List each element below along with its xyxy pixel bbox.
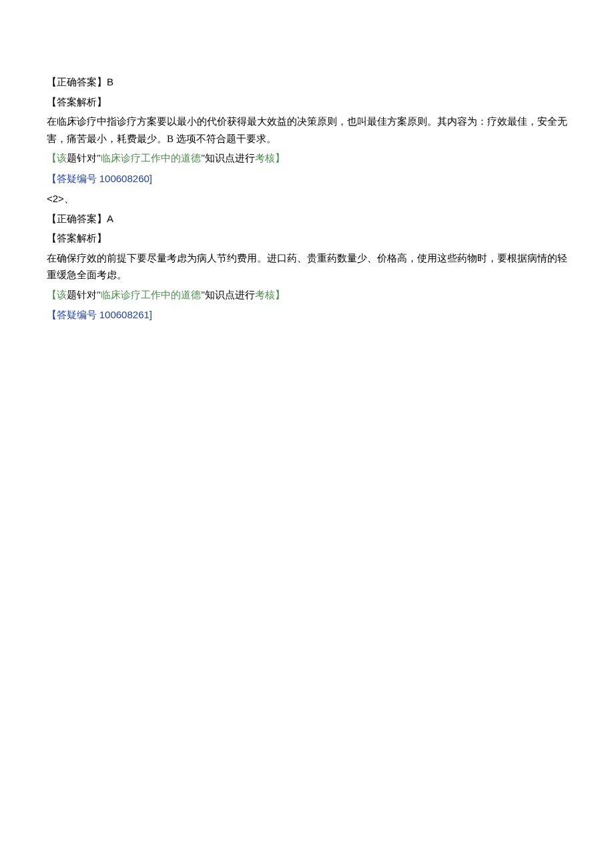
answer-value: B xyxy=(107,76,113,87)
analysis-label-line-1: 【答案解析】 xyxy=(47,94,567,111)
topic-tag-line-2: 【该题针对"临床诊疗工作中的道德"知识点进行考核】 xyxy=(47,287,567,304)
ref-open: 【 xyxy=(47,173,57,184)
tag-topic: 临床诊疗工作中的道德 xyxy=(101,290,201,300)
answer-line-1: 【正确答案】B xyxy=(47,73,567,91)
analysis-label-line-2: 【答案解析】 xyxy=(47,230,567,248)
tag-open: 【该 xyxy=(47,153,67,163)
ref-open: 【 xyxy=(47,310,57,320)
reference-line-2: 【答疑编号 100608261] xyxy=(47,306,567,324)
tag-end: 考核】 xyxy=(255,290,285,300)
analysis-body-2: 在确保疗效的前提下要尽量考虑为病人节约费用。进口药、贵重药数量少、价格高，使用这… xyxy=(47,250,567,284)
answer-value: A xyxy=(107,213,113,224)
tag-end: 考核】 xyxy=(255,153,285,163)
tag-mid2: "知识点进行 xyxy=(201,153,255,163)
analysis-body-1: 在临床诊疗中指诊疗方案要以最小的代价获得最大效益的决策原则，也叫最佳方案原则。其… xyxy=(47,113,567,147)
reference-line-1: 【答疑编号 100608260] xyxy=(47,170,567,188)
tag-topic: 临床诊疗工作中的道德 xyxy=(101,153,201,163)
analysis-label: 【答案解析】 xyxy=(47,233,107,244)
answer-line-2: 【正确答案】A xyxy=(47,210,567,228)
tag-mid1: 题针对" xyxy=(67,290,101,300)
answer-label: 【正确答案】 xyxy=(47,213,107,224)
question-separator: <2>、 xyxy=(47,190,567,207)
tag-mid1: 题针对" xyxy=(67,153,101,163)
tag-open: 【该 xyxy=(47,290,67,300)
answer-label: 【正确答案】 xyxy=(47,77,107,87)
document-page: 【正确答案】B 【答案解析】 在临床诊疗中指诊疗方案要以最小的代价获得最大效益的… xyxy=(0,0,614,868)
analysis-label: 【答案解析】 xyxy=(47,97,107,107)
ref-label: 答疑编号 xyxy=(57,310,99,320)
ref-number: 100608261 xyxy=(99,309,149,320)
ref-close: ] xyxy=(149,309,152,320)
tag-mid2: "知识点进行 xyxy=(201,290,255,300)
ref-label: 答疑编号 xyxy=(57,173,99,184)
topic-tag-line-1: 【该题针对"临床诊疗工作中的道德"知识点进行考核】 xyxy=(47,150,567,167)
ref-number: 100608260 xyxy=(99,173,149,184)
ref-close: ] xyxy=(149,173,152,184)
